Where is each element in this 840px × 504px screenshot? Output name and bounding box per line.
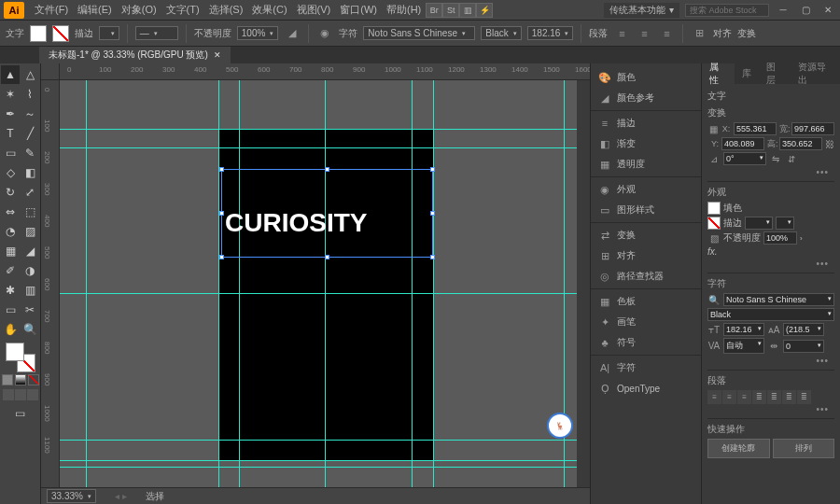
eyedropper-tool[interactable]: ✐ — [1, 261, 20, 280]
color-mode-icon[interactable] — [2, 374, 13, 385]
style-icon[interactable]: ◢ — [284, 25, 301, 42]
font-family-select[interactable]: Noto Sans S Chinese — [723, 293, 834, 306]
vertical-ruler[interactable]: 0 100 200 300 400 500 600 700 800 900 10… — [41, 80, 60, 487]
close-tab-icon[interactable]: ✕ — [214, 50, 221, 60]
scale-tool[interactable]: ⤢ — [21, 183, 39, 202]
align-panel-icon[interactable]: ⊞ — [691, 25, 707, 42]
align-left-icon[interactable]: ≡ — [613, 25, 630, 42]
opacity-input[interactable] — [763, 231, 797, 245]
para-justify-center-icon[interactable]: ≣ — [767, 390, 781, 404]
menu-file[interactable]: 文件(F) — [30, 3, 73, 17]
guide-vertical[interactable] — [86, 80, 87, 487]
para-align-right-icon[interactable]: ≡ — [737, 390, 751, 404]
panel-symbols[interactable]: ♣符号 — [591, 332, 701, 353]
stroke-swatch[interactable] — [52, 25, 69, 42]
draw-inside-icon[interactable] — [27, 389, 38, 400]
recolor-icon[interactable]: ◉ — [316, 25, 333, 42]
tracking-select[interactable]: 0 — [783, 340, 824, 353]
magic-wand-tool[interactable]: ✶ — [1, 85, 20, 104]
window-close-icon[interactable]: ✕ — [819, 4, 836, 17]
more-paragraph-icon[interactable]: ••• — [707, 404, 834, 414]
align-link-label[interactable]: 对齐 — [713, 27, 732, 40]
font-search-icon[interactable]: 🔍 — [707, 293, 721, 306]
handle-icon[interactable] — [219, 255, 224, 259]
hand-tool[interactable]: ✋ — [1, 320, 20, 339]
selection-bounding-box[interactable] — [221, 169, 433, 258]
guide-horizontal[interactable] — [60, 440, 577, 441]
stock-icon[interactable]: St — [442, 3, 459, 18]
ruler-origin[interactable] — [41, 63, 60, 80]
perspective-tool[interactable]: ▨ — [21, 222, 39, 241]
tab-layers[interactable]: 图层 — [759, 63, 791, 84]
line-tool[interactable]: ╱ — [21, 124, 39, 143]
flip-v-icon[interactable]: ⇵ — [785, 152, 798, 165]
document-tab[interactable]: 未标题-1* @ 33.33% (RGB/GPU 预览) ✕ — [39, 47, 231, 63]
panel-align[interactable]: ⊞对齐 — [591, 245, 701, 266]
align-center-icon[interactable]: ≡ — [636, 25, 652, 42]
menu-help[interactable]: 帮助(H) — [382, 3, 426, 17]
fill-swatch[interactable] — [707, 202, 721, 215]
para-justify-right-icon[interactable]: ≣ — [782, 390, 796, 404]
font-family-dropdown[interactable]: Noto Sans S Chinese — [363, 26, 475, 40]
graph-tool[interactable]: ▥ — [21, 281, 39, 300]
menu-object[interactable]: 对象(O) — [117, 3, 161, 17]
window-minimize-icon[interactable]: ─ — [775, 4, 791, 17]
panel-appearance[interactable]: ◉外观 — [591, 179, 701, 200]
handle-icon[interactable] — [219, 167, 224, 172]
font-weight-dropdown[interactable]: Black — [481, 26, 521, 40]
guide-vertical[interactable] — [325, 80, 326, 487]
window-maximize-icon[interactable]: ▢ — [797, 4, 814, 17]
panel-opentype[interactable]: ỌOpenType — [591, 378, 701, 399]
arrange-button[interactable]: 排列 — [773, 439, 835, 458]
guide-vertical[interactable] — [433, 80, 434, 487]
font-size-select[interactable]: 182.16 — [723, 323, 764, 336]
zoom-dropdown[interactable]: 33.33% — [47, 489, 96, 503]
panel-color-guide[interactable]: ◢颜色参考 — [591, 88, 701, 108]
character-link-label[interactable]: 字符 — [339, 27, 357, 40]
draw-behind-icon[interactable] — [15, 389, 26, 400]
guide-vertical[interactable] — [218, 80, 219, 487]
create-outlines-button[interactable]: 创建轮廓 — [707, 439, 770, 458]
panel-gradient[interactable]: ◧渐变 — [591, 133, 701, 154]
brush-dropdown[interactable]: — — [135, 26, 178, 40]
zoom-tool[interactable]: 🔍 — [21, 320, 39, 339]
panel-character[interactable]: A|字符 — [591, 357, 701, 378]
panel-graphic-styles[interactable]: ▭图形样式 — [591, 200, 701, 220]
opacity-dropdown[interactable]: 100% — [237, 26, 279, 40]
gradient-mode-icon[interactable] — [15, 374, 26, 385]
search-stock-input[interactable] — [685, 4, 769, 17]
flip-h-icon[interactable]: ⇋ — [769, 152, 782, 165]
guide-horizontal[interactable] — [60, 293, 577, 294]
h-input[interactable] — [779, 137, 822, 150]
free-transform-tool[interactable]: ⬚ — [21, 203, 39, 221]
handle-icon[interactable] — [325, 167, 329, 172]
paintbrush-tool[interactable]: ✎ — [21, 144, 39, 162]
stroke-weight-dropdown[interactable] — [99, 26, 119, 40]
handle-icon[interactable] — [430, 255, 435, 259]
stroke-profile-dropdown[interactable] — [776, 217, 794, 230]
gpu-icon[interactable]: ⚡ — [476, 3, 493, 18]
menu-view[interactable]: 视图(V) — [292, 3, 336, 17]
menu-select[interactable]: 选择(S) — [204, 3, 248, 17]
lasso-tool[interactable]: ⌇ — [21, 85, 39, 104]
para-justify-left-icon[interactable]: ≣ — [752, 390, 766, 404]
fx-label[interactable]: fx. — [707, 246, 718, 257]
workspace-switcher[interactable]: 传统基本功能▾ — [604, 3, 679, 18]
panel-swatches[interactable]: ▦色板 — [591, 291, 701, 312]
rectangle-tool[interactable]: ▭ — [1, 144, 20, 162]
menu-effect[interactable]: 效果(C) — [247, 3, 291, 17]
leading-select[interactable]: (218.5 — [783, 323, 824, 336]
more-transform-icon[interactable]: ••• — [707, 167, 834, 177]
curvature-tool[interactable]: ～ — [21, 105, 39, 123]
more-character-icon[interactable]: ••• — [707, 356, 834, 366]
panel-transparency[interactable]: ▦透明度 — [591, 154, 701, 175]
direct-selection-tool[interactable]: △ — [21, 65, 39, 84]
rotate-tool[interactable]: ↻ — [1, 183, 20, 202]
shape-builder-tool[interactable]: ◔ — [1, 222, 20, 241]
panel-color[interactable]: 🎨颜色 — [591, 67, 701, 88]
tab-properties[interactable]: 属性 — [702, 63, 735, 84]
angle-dropdown[interactable]: 0° — [723, 152, 766, 165]
artboard-tool[interactable]: ▭ — [1, 301, 20, 319]
handle-icon[interactable] — [430, 167, 435, 172]
bridge-icon[interactable]: Br — [426, 3, 442, 18]
